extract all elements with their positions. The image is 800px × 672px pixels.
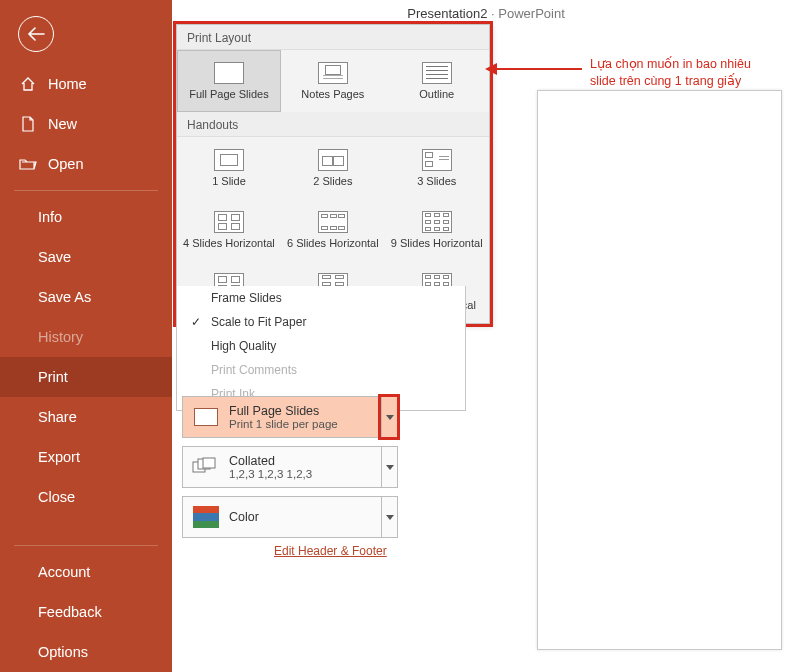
home-icon: [18, 76, 38, 92]
opt-outline[interactable]: Outline: [385, 50, 489, 112]
opt-label: 4 Slides Horizontal: [183, 237, 275, 249]
edit-header-footer-link[interactable]: Edit Header & Footer: [274, 544, 387, 558]
opt-label: 9 Slides Horizontal: [391, 237, 483, 249]
opt-frame-slides[interactable]: Frame Slides: [177, 286, 465, 310]
new-icon: [18, 116, 38, 132]
nav-label: History: [38, 329, 83, 345]
back-button[interactable]: [18, 16, 54, 52]
nav-save[interactable]: Save: [0, 237, 172, 277]
nav-label: Options: [38, 644, 88, 660]
full-page-icon: [214, 62, 244, 84]
handout-9h-icon: [422, 211, 452, 233]
nav-export[interactable]: Export: [0, 437, 172, 477]
nav-save-as[interactable]: Save As: [0, 277, 172, 317]
nav-options[interactable]: Options: [0, 632, 172, 672]
dropdown-sub: 1,2,3 1,2,3 1,2,3: [229, 468, 381, 480]
separator: [14, 545, 158, 546]
document-title: Presentation2 · PowerPoint: [172, 6, 800, 21]
handout-2-icon: [318, 149, 348, 171]
opt-label: Frame Slides: [211, 291, 282, 305]
opt-6h[interactable]: 6 Slides Horizontal: [281, 199, 385, 261]
opt-label: 2 Slides: [313, 175, 352, 187]
chevron-down-icon[interactable]: [381, 447, 397, 487]
outline-icon: [422, 62, 452, 84]
nav-open[interactable]: Open: [0, 144, 172, 184]
nav-new[interactable]: New: [0, 104, 172, 144]
opt-full-page-slides[interactable]: Full Page Slides: [177, 50, 281, 112]
anno-line: Lựa chọn muốn in bao nhiêu: [590, 56, 751, 73]
nav-label: Save As: [38, 289, 91, 305]
nav-history[interactable]: History: [0, 317, 172, 357]
print-layout-flyout: Print Layout Full Page Slides Notes Page…: [176, 24, 490, 324]
handout-4h-icon: [214, 211, 244, 233]
slide-preview: [537, 90, 782, 650]
link-label: Edit Header & Footer: [274, 544, 387, 558]
anno-line: slide trên cùng 1 trang giấy: [590, 73, 751, 90]
open-icon: [18, 157, 38, 171]
opt-label: 6 Slides Horizontal: [287, 237, 379, 249]
dropdown-sub: Print 1 slide per page: [229, 418, 381, 430]
nav-label: Close: [38, 489, 75, 505]
nav-label: Feedback: [38, 604, 102, 620]
nav-close[interactable]: Close: [0, 477, 172, 517]
dropdown-color[interactable]: Color: [182, 496, 398, 538]
nav-label: Print: [38, 369, 68, 385]
chevron-down-icon[interactable]: [381, 397, 397, 437]
dropdown-layout[interactable]: Full Page SlidesPrint 1 slide per page: [182, 396, 398, 438]
opt-label: 1 Slide: [212, 175, 246, 187]
nav-account[interactable]: Account: [0, 552, 172, 592]
nav-label: New: [48, 116, 77, 132]
nav-label: Info: [38, 209, 62, 225]
notes-icon: [318, 62, 348, 84]
opt-9h[interactable]: 9 Slides Horizontal: [385, 199, 489, 261]
nav-label: Share: [38, 409, 77, 425]
collated-icon: [189, 452, 223, 482]
handout-3-icon: [422, 149, 452, 171]
opt-2-slides[interactable]: 2 Slides: [281, 137, 385, 199]
opt-high-quality[interactable]: High Quality: [177, 334, 465, 358]
nav-print[interactable]: Print: [0, 357, 172, 397]
separator: [14, 190, 158, 191]
annotation-arrow-line: [492, 68, 582, 70]
nav-share[interactable]: Share: [0, 397, 172, 437]
opt-scale-to-fit[interactable]: Scale to Fit Paper: [177, 310, 465, 334]
print-options-list: Frame Slides Scale to Fit Paper High Qua…: [176, 286, 466, 411]
color-icon: [189, 502, 223, 532]
handout-1-icon: [214, 149, 244, 171]
backstage-sidebar: Home New Open Info Save Save As History …: [0, 0, 172, 672]
opt-label: Print Comments: [211, 363, 297, 377]
section-print-layout: Print Layout: [177, 25, 489, 50]
svg-rect-2: [203, 458, 215, 468]
dropdown-title: Full Page Slides: [229, 404, 381, 418]
opt-4h[interactable]: 4 Slides Horizontal: [177, 199, 281, 261]
section-handouts: Handouts: [177, 112, 489, 137]
handout-6h-icon: [318, 211, 348, 233]
chevron-down-icon[interactable]: [381, 497, 397, 537]
opt-label: 3 Slides: [417, 175, 456, 187]
app-name: PowerPoint: [498, 6, 564, 21]
nav-label: Save: [38, 249, 71, 265]
nav-label: Export: [38, 449, 80, 465]
doc-name: Presentation2: [407, 6, 487, 21]
opt-1-slide[interactable]: 1 Slide: [177, 137, 281, 199]
opt-label: High Quality: [211, 339, 276, 353]
opt-print-comments: Print Comments: [177, 358, 465, 382]
nav-label: Account: [38, 564, 90, 580]
title-sep: ·: [487, 6, 498, 21]
opt-label: Scale to Fit Paper: [211, 315, 306, 329]
opt-label: Notes Pages: [301, 88, 364, 100]
dropdown-title: Color: [229, 510, 381, 524]
nav-info[interactable]: Info: [0, 197, 172, 237]
opt-3-slides[interactable]: 3 Slides: [385, 137, 489, 199]
nav-label: Open: [48, 156, 83, 172]
opt-label: Outline: [419, 88, 454, 100]
opt-notes-pages[interactable]: Notes Pages: [281, 50, 385, 112]
opt-label: Full Page Slides: [189, 88, 269, 100]
annotation-text: Lựa chọn muốn in bao nhiêu slide trên cù…: [590, 56, 751, 90]
dropdown-collation[interactable]: Collated1,2,3 1,2,3 1,2,3: [182, 446, 398, 488]
dropdown-title: Collated: [229, 454, 381, 468]
layout-thumb-icon: [189, 402, 223, 432]
nav-home[interactable]: Home: [0, 64, 172, 104]
nav-label: Home: [48, 76, 87, 92]
nav-feedback[interactable]: Feedback: [0, 592, 172, 632]
